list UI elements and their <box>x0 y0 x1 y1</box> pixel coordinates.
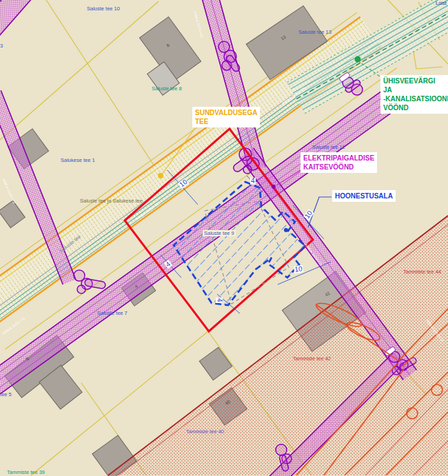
parcel-label-saluste-5: Saluste tee 5 <box>0 391 12 397</box>
callout-elektri-line1: ELEKTRIPAIGALDISE <box>303 154 374 163</box>
parcel-label-saluste-8: Saluste tee 8 <box>152 85 182 92</box>
callout-elektripaigaldise: ELEKTRIPAIGALDISE KAITSEVÖÖND <box>301 152 377 173</box>
parcel-label-tammiste-44: Tammiste tee 44 <box>403 269 441 275</box>
callout-sundvaldusega-line2: TEE <box>195 117 257 126</box>
parcel-label-tammiste-39: Tammiste tee 39 <box>7 469 45 475</box>
callout-elektri-line2: KAITSEVÖÖND <box>303 163 374 172</box>
callout-sundvaldusega-line1: SUNDVALDUSEGA <box>195 108 257 117</box>
callout-uvk-line3: -KANALISATSIOONI <box>383 94 448 103</box>
dimension-offset-bottom: 10 <box>294 265 303 273</box>
callout-uvk-line2: JA <box>383 85 448 94</box>
dimension-setback-bottom: 4 <box>216 298 223 303</box>
parcel-label-saluste-10: Saluste tee 10 <box>87 6 120 12</box>
parcel-label-partial-3: 3 <box>0 43 3 49</box>
callout-hoonestusala: HOONESTUSALA <box>332 190 396 202</box>
parcel-label-tammiste-40: Tammiste tee 40 <box>186 428 224 435</box>
parcel-label-salukese-1: Salukese tee 1 <box>61 157 95 163</box>
parcel-label-saluste-13: Saluste tee 13 <box>298 29 332 35</box>
parcel-label-tammiste-42: Tammiste tee 42 <box>293 355 331 362</box>
callout-uhisveevark: ÜHISVEEVÄRGI JA -KANALISATSIOONI VÖÖND <box>380 75 448 114</box>
callout-hoonestusala-label: HOONESTUSALA <box>335 192 393 200</box>
map-graphics <box>0 0 448 476</box>
callout-uvk-line4: VÖÖND <box>383 103 448 112</box>
dimension-setback-top: 4 <box>250 178 256 185</box>
parcel-label-saluste-11: Saluste tee 11 <box>312 144 345 150</box>
planning-map: Saluste tee 10 Saluste tee 13 Saluste te… <box>0 0 448 476</box>
parcel-label-loist: Loist <box>436 0 447 6</box>
parcel-label-saluste-9: Saluste tee 9 <box>203 230 236 236</box>
callout-sundvaldusega-tee: SUNDVALDUSEGA TEE <box>192 107 260 127</box>
parcel-label-saluste-7: Saluste tee 7 <box>97 310 128 316</box>
road-label-combined: Saluste tee ja Salukese tee <box>80 198 143 204</box>
callout-uvk-line1: ÜHISVEEVÄRGI <box>383 76 448 85</box>
